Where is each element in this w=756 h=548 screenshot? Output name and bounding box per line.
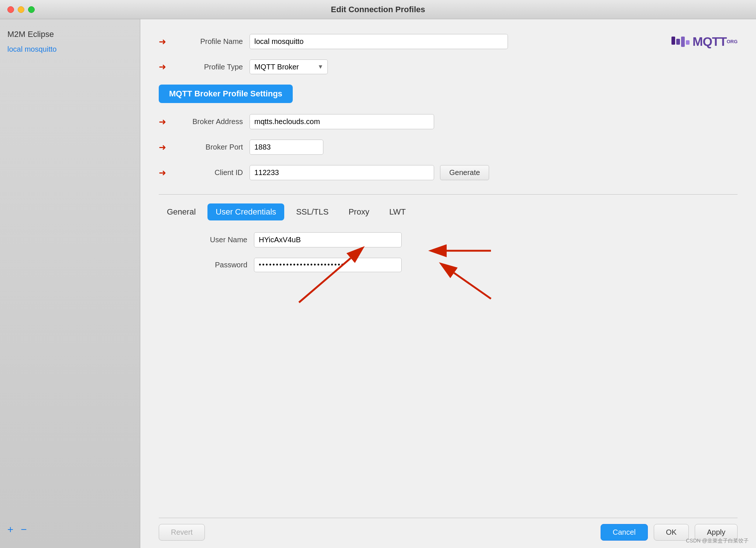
- profile-type-label: Profile Type: [169, 63, 243, 71]
- cancel-button[interactable]: Cancel: [601, 524, 648, 541]
- username-label: User Name: [173, 236, 247, 244]
- broker-address-label: Broker Address: [169, 117, 243, 126]
- maximize-button[interactable]: [28, 6, 35, 13]
- bottom-bar: Revert Cancel OK Apply: [159, 518, 738, 541]
- tab-lwt[interactable]: LWT: [381, 203, 414, 220]
- profile-type-select[interactable]: MQTT Broker MQTT Publisher MQTT Subscrib…: [250, 59, 328, 74]
- arrow-profile-type: ➜: [159, 62, 166, 72]
- main-layout: M2M Eclipse local mosquitto + − ➜ Profil…: [0, 19, 756, 548]
- arrow-profile-name: ➜: [159, 37, 166, 47]
- password-label: Password: [173, 261, 247, 269]
- mqtt-logo: MQTT ORG: [671, 34, 738, 49]
- password-input[interactable]: [254, 258, 402, 272]
- profile-name-label: Profile Name: [169, 37, 243, 46]
- client-id-label: Client ID: [169, 168, 243, 177]
- arrow-broker-port: ➜: [159, 142, 166, 153]
- arrow-broker-address: ➜: [159, 117, 166, 127]
- broker-port-row: ➜ Broker Port: [159, 140, 738, 155]
- broker-port-label: Broker Port: [169, 143, 243, 151]
- content-area: ➜ Profile Name MQTT ORG ➜ Profile Type: [140, 19, 756, 548]
- tab-ssl-tls[interactable]: SSL/TLS: [288, 203, 337, 220]
- traffic-lights: [7, 6, 35, 13]
- broker-settings-button: MQTT Broker Profile Settings: [159, 85, 293, 103]
- profile-name-input[interactable]: [250, 34, 508, 49]
- client-id-row: ➜ Client ID Generate: [159, 165, 738, 180]
- profile-type-select-wrapper: MQTT Broker MQTT Publisher MQTT Subscrib…: [250, 59, 328, 74]
- revert-button[interactable]: Revert: [159, 524, 205, 541]
- password-row: Password: [159, 258, 738, 272]
- generate-button[interactable]: Generate: [440, 165, 489, 180]
- add-profile-button[interactable]: +: [7, 524, 13, 535]
- tab-content-user-credentials: User Name Password: [159, 232, 738, 518]
- tabs-bar: General User Credentials SSL/TLS Proxy L…: [159, 203, 738, 220]
- mqtt-logo-text: MQTT: [693, 34, 726, 49]
- profile-name-row: ➜ Profile Name MQTT ORG: [159, 34, 738, 49]
- tab-user-credentials[interactable]: User Credentials: [207, 203, 284, 220]
- sidebar: M2M Eclipse local mosquitto + −: [0, 19, 140, 548]
- client-id-input[interactable]: [250, 165, 434, 180]
- titlebar: Edit Connection Profiles: [0, 0, 756, 19]
- remove-profile-button[interactable]: −: [21, 524, 27, 535]
- username-row: User Name: [159, 232, 738, 247]
- minimize-button[interactable]: [18, 6, 24, 13]
- tab-proxy[interactable]: Proxy: [340, 203, 377, 220]
- broker-address-input[interactable]: [250, 114, 434, 129]
- mqtt-icon-decoration: [671, 37, 690, 47]
- ok-button[interactable]: OK: [654, 524, 689, 541]
- username-input[interactable]: [254, 232, 402, 247]
- arrow-client-id: ➜: [159, 168, 166, 178]
- broker-port-input[interactable]: [250, 140, 323, 155]
- close-button[interactable]: [7, 6, 14, 13]
- broker-section-header: MQTT Broker Profile Settings: [159, 85, 738, 114]
- section-divider: [159, 194, 738, 195]
- svg-line-3: [454, 273, 491, 299]
- profile-type-row: ➜ Profile Type MQTT Broker MQTT Publishe…: [159, 59, 738, 74]
- sidebar-profile-item[interactable]: local mosquitto: [0, 42, 140, 56]
- tab-general[interactable]: General: [159, 203, 204, 220]
- sidebar-bottom: + −: [0, 518, 140, 541]
- watermark: CSDN @韭菜盒子白菜饺子: [686, 538, 749, 544]
- broker-address-row: ➜ Broker Address: [159, 114, 738, 129]
- sidebar-app-name: M2M Eclipse: [0, 27, 140, 42]
- mqtt-logo-org: ORG: [726, 39, 738, 44]
- window-title: Edit Connection Profiles: [331, 5, 425, 14]
